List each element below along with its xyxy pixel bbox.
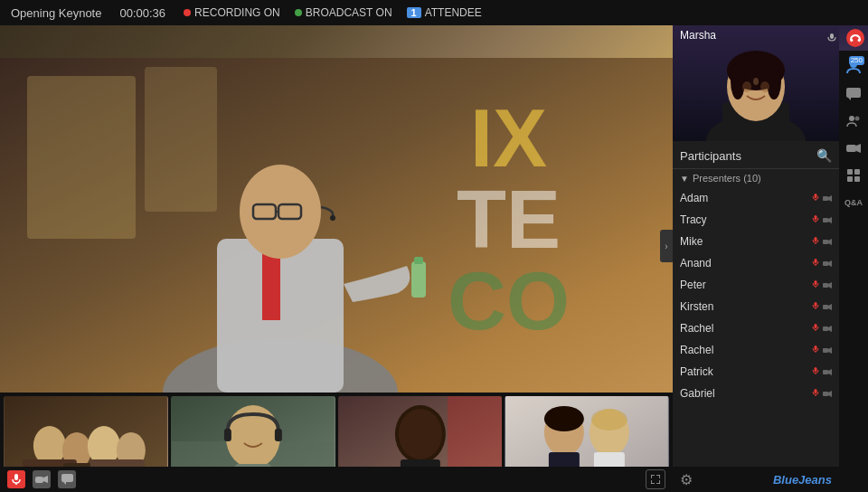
- people-count-badge: 250: [849, 56, 864, 65]
- svg-point-40: [591, 409, 627, 430]
- svg-marker-64: [828, 195, 832, 202]
- svg-rect-65: [815, 215, 817, 220]
- svg-rect-77: [815, 280, 817, 285]
- presenters-section-header[interactable]: ▼ Presenters (10): [673, 169, 839, 187]
- svg-point-54: [767, 63, 781, 99]
- participant-row[interactable]: Rachel: [673, 317, 839, 339]
- video-icon: [823, 279, 832, 290]
- participant-row[interactable]: Tracy: [673, 209, 839, 231]
- sidebar-icons: 250 Q&A: [839, 51, 868, 492]
- svg-text:CO: CO: [448, 256, 570, 346]
- svg-point-56: [760, 81, 769, 92]
- svg-marker-47: [63, 482, 66, 485]
- participants-icon-button[interactable]: [841, 109, 866, 134]
- meeting-timer: 00:00:36: [119, 6, 165, 20]
- video-background: IX TE CO: [0, 25, 673, 393]
- mic-icon: [812, 323, 819, 334]
- svg-rect-73: [815, 259, 817, 263]
- participant-row[interactable]: Peter: [673, 274, 839, 296]
- mic-icon: [812, 279, 819, 290]
- svg-point-53: [731, 63, 745, 99]
- svg-text:IX: IX: [470, 93, 547, 184]
- host-mic-icon: [823, 29, 841, 47]
- svg-rect-89: [815, 345, 817, 350]
- qa-icon-button[interactable]: Q&A: [841, 190, 866, 215]
- video-icon: [823, 388, 832, 399]
- status-group: RECORDING ON BROADCAST ON: [184, 6, 392, 19]
- participant-row[interactable]: Adam: [673, 187, 839, 209]
- collapse-panel-button[interactable]: ›: [660, 230, 673, 262]
- participant-row[interactable]: Rachel: [673, 339, 839, 361]
- svg-rect-61: [815, 194, 817, 198]
- participant-row[interactable]: Anand: [673, 252, 839, 274]
- layout-icon-button[interactable]: [841, 163, 866, 188]
- search-icon[interactable]: 🔍: [816, 148, 832, 163]
- svg-marker-84: [828, 304, 832, 310]
- host-controls: [823, 29, 864, 47]
- svg-rect-69: [815, 237, 817, 241]
- svg-point-57: [753, 78, 759, 85]
- svg-rect-81: [815, 302, 817, 307]
- participants-list: Adam Tracy Mike: [673, 187, 839, 404]
- chat-icon-button[interactable]: [841, 81, 866, 107]
- recording-dot: [184, 9, 191, 16]
- svg-rect-8: [262, 248, 280, 320]
- svg-rect-2: [145, 67, 217, 212]
- svg-rect-63: [823, 196, 828, 201]
- svg-rect-75: [823, 261, 828, 266]
- svg-rect-28: [275, 429, 282, 441]
- svg-marker-103: [848, 98, 851, 100]
- people-icon-button[interactable]: 250: [841, 54, 866, 80]
- svg-marker-92: [828, 347, 832, 354]
- svg-rect-110: [847, 176, 853, 182]
- participant-row[interactable]: Patrick: [673, 361, 839, 383]
- expand-button[interactable]: [646, 469, 665, 489]
- svg-marker-88: [828, 326, 832, 332]
- participant-row[interactable]: Gabriel: [673, 383, 839, 404]
- right-bottom-bar: ⚙ BlueJeans: [673, 467, 839, 492]
- top-bar: Opening Keynote 00:00:36 RECORDING ON BR…: [0, 0, 868, 25]
- attendee-label: ATTENDEE: [425, 6, 482, 19]
- chat-button[interactable]: [58, 470, 76, 488]
- camera-button[interactable]: [33, 470, 51, 488]
- svg-rect-46: [61, 474, 73, 482]
- host-end-call-button[interactable]: [846, 29, 864, 47]
- host-name: Marsha: [680, 29, 716, 42]
- svg-rect-108: [847, 169, 853, 175]
- svg-rect-59: [850, 38, 854, 43]
- mic-icon: [812, 214, 819, 225]
- svg-rect-15: [414, 257, 423, 264]
- attendee-info: 1 ATTENDEE: [407, 6, 482, 19]
- gear-icon[interactable]: ⚙: [680, 471, 693, 488]
- video-icon: [823, 236, 832, 247]
- bottom-controls: [0, 467, 673, 492]
- svg-point-9: [240, 165, 321, 259]
- qa-label: Q&A: [844, 198, 863, 207]
- meeting-title: Opening Keynote: [11, 6, 101, 20]
- svg-rect-27: [224, 429, 231, 441]
- svg-rect-44: [35, 477, 43, 483]
- svg-rect-87: [823, 326, 828, 331]
- participants-panel: Participants 🔍 ▼ Presenters (10) Adam Tr…: [673, 141, 839, 492]
- svg-marker-80: [828, 282, 832, 289]
- svg-rect-58: [830, 33, 834, 39]
- svg-point-105: [855, 117, 860, 121]
- svg-rect-109: [854, 169, 860, 175]
- svg-marker-45: [43, 476, 48, 483]
- camera-icon-button[interactable]: [841, 136, 866, 161]
- mic-icon: [812, 193, 819, 203]
- svg-marker-68: [828, 217, 832, 223]
- main-video-area: IX TE CO: [0, 25, 673, 492]
- participant-row[interactable]: Mike: [673, 231, 839, 252]
- video-icon: [823, 345, 832, 355]
- video-icon: [823, 301, 832, 312]
- svg-rect-106: [846, 145, 856, 152]
- svg-rect-42: [14, 474, 18, 480]
- svg-rect-95: [823, 370, 828, 374]
- svg-rect-91: [823, 348, 828, 353]
- bottom-left-icons: [7, 470, 76, 488]
- video-icon: [823, 323, 832, 334]
- svg-marker-76: [828, 260, 832, 267]
- mic-button[interactable]: [7, 470, 25, 488]
- participant-row[interactable]: Kirsten: [673, 296, 839, 317]
